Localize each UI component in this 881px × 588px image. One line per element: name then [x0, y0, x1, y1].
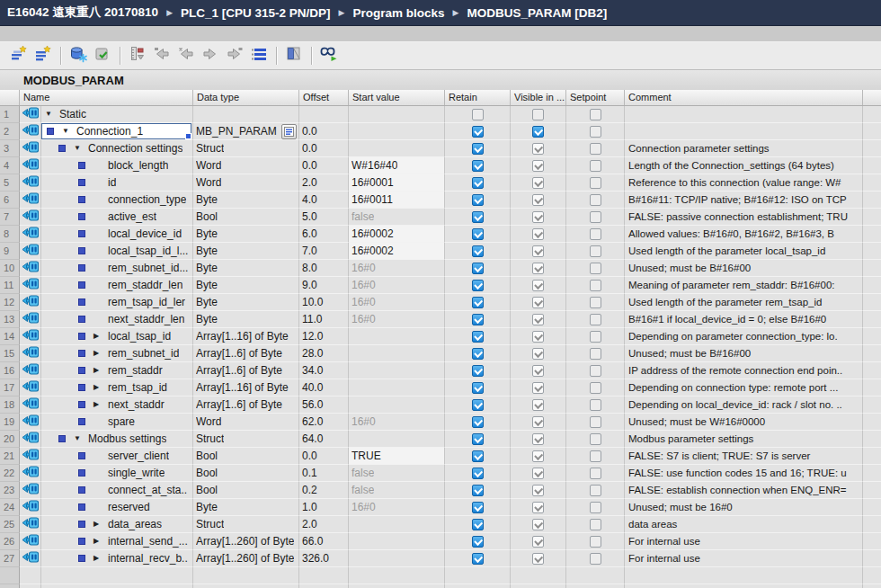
- setpoint-checkbox[interactable]: [590, 502, 601, 513]
- name-cell[interactable]: connect_at_sta..: [41, 482, 193, 499]
- keep-actual-values-button[interactable]: [67, 44, 90, 67]
- monitor-all-button[interactable]: [317, 44, 341, 67]
- datatype-cell[interactable]: Bool: [193, 465, 299, 482]
- comment-cell[interactable]: B#16#11: TCP/IP native; B#16#12: ISO on …: [625, 192, 863, 209]
- offset-cell[interactable]: 12.0: [299, 328, 349, 345]
- datatype-cell[interactable]: Byte: [193, 226, 299, 243]
- expander-right-icon[interactable]: ▶: [93, 384, 108, 391]
- retain-checkbox[interactable]: [472, 245, 484, 257]
- datatype-cell[interactable]: Byte: [193, 277, 299, 294]
- datatype-cell[interactable]: Array[1..6] of Byte: [193, 396, 299, 414]
- name-cell[interactable]: ▼Connection_1: [41, 123, 193, 140]
- retain-checkbox[interactable]: [472, 297, 484, 308]
- name-cell[interactable]: id: [41, 174, 193, 192]
- retain-checkbox[interactable]: [472, 485, 484, 496]
- expander-down-icon[interactable]: ▼: [74, 145, 88, 152]
- offset-cell[interactable]: 0.0: [299, 123, 349, 140]
- retain-checkbox[interactable]: [472, 382, 484, 394]
- row-number[interactable]: 25: [0, 516, 20, 533]
- retain-checkbox[interactable]: [472, 416, 484, 428]
- start-value-cell[interactable]: TRUE: [349, 448, 445, 465]
- setpoint-checkbox[interactable]: [590, 348, 601, 360]
- copy-start-values-to-actual-button[interactable]: [174, 44, 198, 67]
- block-interface-button[interactable]: [282, 44, 306, 67]
- datatype-cell[interactable]: Byte: [193, 243, 299, 260]
- start-value-cell[interactable]: 16#0: [349, 260, 445, 277]
- name-cell[interactable]: connection_type: [41, 192, 193, 209]
- datatype-cell[interactable]: Byte: [193, 260, 299, 277]
- comment-cell[interactable]: data areas: [625, 516, 863, 533]
- offset-cell[interactable]: 326.0: [299, 550, 349, 567]
- start-value-cell[interactable]: [349, 106, 445, 123]
- comment-cell[interactable]: B#16#1 if local_device_id = 0; else B#16…: [625, 311, 863, 328]
- offset-cell[interactable]: 0.0: [299, 140, 349, 157]
- comment-cell[interactable]: FALSE: use function codes 15 and 16; TRU…: [625, 465, 863, 482]
- comment-cell[interactable]: For internal use: [625, 533, 863, 550]
- start-value-cell[interactable]: [349, 328, 445, 345]
- name-cell[interactable]: local_device_id: [41, 226, 193, 243]
- retain-checkbox[interactable]: [472, 553, 484, 565]
- column-header-start[interactable]: Start value: [349, 90, 445, 105]
- start-value-cell[interactable]: [349, 123, 445, 140]
- start-value-cell[interactable]: 16#0001: [349, 174, 445, 192]
- retain-checkbox[interactable]: [472, 160, 484, 172]
- row-number[interactable]: 16: [0, 362, 20, 379]
- comment-cell[interactable]: Unused; must be W#16#0000: [625, 414, 863, 431]
- setpoint-checkbox[interactable]: [590, 280, 601, 291]
- datatype-cell[interactable]: Word: [193, 174, 299, 192]
- offset-cell[interactable]: 34.0: [299, 362, 349, 379]
- setpoint-checkbox[interactable]: [590, 433, 601, 445]
- comment-cell[interactable]: FALSE: passive connection establishment;…: [625, 209, 863, 226]
- name-cell[interactable]: rem_staddr_len: [41, 277, 193, 294]
- load-snapshots-as-actual-values-button[interactable]: [150, 44, 174, 67]
- datatype-cell[interactable]: Byte: [193, 311, 299, 328]
- row-number[interactable]: 18: [0, 396, 20, 414]
- name-cell[interactable]: ▼Connection settings: [41, 140, 193, 157]
- name-cell[interactable]: reserved: [41, 499, 193, 516]
- breadcrumb-segment[interactable]: MODBUS_PARAM [DB2]: [467, 6, 608, 20]
- start-value-cell[interactable]: 16#0: [349, 414, 445, 431]
- comment-cell[interactable]: Depending on local_device_id: rack / slo…: [625, 396, 863, 414]
- add-row-button[interactable]: [31, 44, 55, 67]
- offset-cell[interactable]: 56.0: [299, 396, 349, 414]
- row-number[interactable]: 11: [0, 277, 20, 294]
- start-value-cell[interactable]: [349, 516, 445, 533]
- retain-checkbox[interactable]: [472, 399, 484, 411]
- row-number[interactable]: 26: [0, 533, 20, 550]
- breadcrumb-segment[interactable]: PLC_1 [CPU 315-2 PN/DP]: [181, 6, 331, 20]
- row-number[interactable]: 19: [0, 414, 20, 431]
- start-value-cell[interactable]: [349, 396, 445, 414]
- offset-cell[interactable]: 5.0: [299, 209, 349, 226]
- name-cell[interactable]: next_staddr_len: [41, 311, 193, 328]
- setpoint-checkbox[interactable]: [590, 228, 601, 240]
- comment-cell[interactable]: [625, 106, 863, 123]
- offset-cell[interactable]: 2.0: [299, 516, 349, 533]
- expanded-mode-button[interactable]: [247, 44, 271, 67]
- name-cell[interactable]: ▶data_areas: [41, 516, 193, 533]
- datatype-cell[interactable]: Bool: [193, 482, 299, 499]
- name-cell[interactable]: rem_subnet_id...: [41, 260, 193, 277]
- offset-cell[interactable]: [299, 106, 349, 123]
- setpoint-checkbox[interactable]: [590, 365, 601, 377]
- insert-row-button[interactable]: [7, 44, 31, 67]
- datatype-cell[interactable]: Array[1..260] of Byte: [193, 550, 299, 567]
- setpoint-checkbox[interactable]: [590, 245, 601, 257]
- retain-checkbox[interactable]: [472, 519, 484, 530]
- offset-cell[interactable]: 66.0: [299, 533, 349, 550]
- start-value-cell[interactable]: [349, 379, 445, 396]
- column-header-retain[interactable]: Retain: [445, 90, 511, 105]
- retain-checkbox[interactable]: [472, 502, 484, 513]
- column-header-offset[interactable]: Offset: [299, 90, 349, 105]
- row-number[interactable]: 3: [0, 140, 20, 157]
- retain-checkbox[interactable]: [472, 126, 484, 138]
- start-value-cell[interactable]: [349, 533, 445, 550]
- datatype-cell[interactable]: Array[1..16] of Byte: [193, 379, 299, 396]
- visible-checkbox[interactable]: [532, 126, 544, 138]
- row-number[interactable]: 2: [0, 123, 20, 140]
- offset-cell[interactable]: 10.0: [299, 294, 349, 311]
- retain-checkbox[interactable]: [472, 228, 484, 240]
- breadcrumb-segment[interactable]: E16042 遠東重八 20170810: [7, 4, 158, 21]
- name-cell[interactable]: ▶local_tsap_id: [41, 328, 193, 345]
- start-value-cell[interactable]: W#16#40: [349, 157, 445, 174]
- name-cell[interactable]: ▶rem_staddr: [41, 362, 193, 379]
